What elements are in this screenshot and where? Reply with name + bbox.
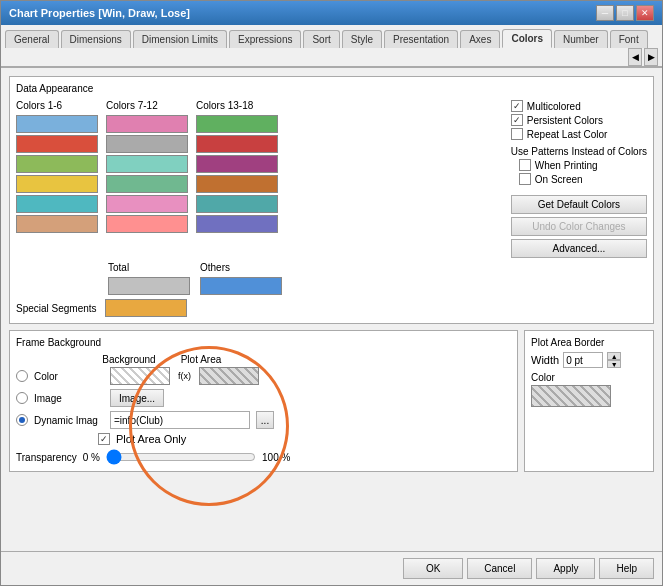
- background-header: Background: [98, 354, 160, 365]
- plot-area-only-checkbox[interactable]: [98, 433, 110, 445]
- color-swatch-2-6[interactable]: [106, 215, 188, 233]
- width-down-button[interactable]: ▼: [607, 360, 621, 368]
- special-segments-swatch[interactable]: [105, 299, 187, 317]
- color-swatch-1-3[interactable]: [16, 155, 98, 173]
- help-button[interactable]: Help: [599, 558, 654, 579]
- others-swatch[interactable]: [200, 277, 282, 295]
- color-swatch-1-5[interactable]: [16, 195, 98, 213]
- color-radio[interactable]: [16, 370, 28, 382]
- image-radio[interactable]: [16, 392, 28, 404]
- color-swatch-3-1[interactable]: [196, 115, 278, 133]
- maximize-button[interactable]: □: [616, 5, 634, 21]
- fb-image-row: Image Image...: [16, 389, 511, 407]
- persistent-colors-checkbox[interactable]: [511, 114, 523, 126]
- color-col-2: Colors 7-12: [106, 100, 188, 258]
- browse-button[interactable]: ...: [256, 411, 274, 429]
- color-radio-label: Color: [34, 371, 104, 382]
- dynamic-image-label: Dynamic Imag: [34, 415, 104, 426]
- width-spinner: ▲ ▼: [607, 352, 621, 368]
- undo-color-changes-button[interactable]: Undo Color Changes: [511, 217, 647, 236]
- tab-presentation[interactable]: Presentation: [384, 30, 458, 48]
- pattern-rows: When Printing On Screen: [519, 159, 647, 185]
- color-swatch-2-5[interactable]: [106, 195, 188, 213]
- color-swatch-1-1[interactable]: [16, 115, 98, 133]
- plot-area-color-swatch[interactable]: [199, 367, 259, 385]
- persistent-colors-row: Persistent Colors: [511, 114, 647, 126]
- bg-color-swatch[interactable]: [110, 367, 170, 385]
- tab-next-button[interactable]: ▶: [644, 48, 658, 66]
- fx-label: f(x): [178, 371, 191, 381]
- advanced-button[interactable]: Advanced...: [511, 239, 647, 258]
- repeat-last-checkbox[interactable]: [511, 128, 523, 140]
- data-appearance-label: Data Appearance: [16, 83, 647, 94]
- tab-font[interactable]: Font: [610, 30, 648, 48]
- repeat-last-row: Repeat Last Color: [511, 128, 647, 140]
- tab-axes[interactable]: Axes: [460, 30, 500, 48]
- tab-dimensions[interactable]: Dimensions: [61, 30, 131, 48]
- dynamic-image-radio[interactable]: [16, 414, 28, 426]
- color-columns: Colors 1-6 Colors 7-12: [16, 100, 278, 258]
- fb-color-row: Color f(x): [16, 367, 511, 385]
- repeat-last-label: Repeat Last Color: [527, 129, 608, 140]
- close-button[interactable]: ✕: [636, 5, 654, 21]
- width-input[interactable]: [563, 352, 603, 368]
- multicolored-checkbox[interactable]: [511, 100, 523, 112]
- tab-style[interactable]: Style: [342, 30, 382, 48]
- pab-title: Plot Area Border: [531, 337, 647, 348]
- color-swatch-3-3[interactable]: [196, 155, 278, 173]
- total-swatch[interactable]: [108, 277, 190, 295]
- color-swatch-2-1[interactable]: [106, 115, 188, 133]
- tab-colors[interactable]: Colors: [502, 29, 552, 48]
- color-swatch-2-4[interactable]: [106, 175, 188, 193]
- tab-expressions[interactable]: Expressions: [229, 30, 301, 48]
- pab-color-label: Color: [531, 372, 647, 383]
- color-swatch-1-4[interactable]: [16, 175, 98, 193]
- transparency-value: 0 %: [83, 452, 100, 463]
- tab-prev-button[interactable]: ◀: [628, 48, 642, 66]
- color-swatch-3-6[interactable]: [196, 215, 278, 233]
- color-swatch-3-2[interactable]: [196, 135, 278, 153]
- tab-dimension-limits[interactable]: Dimension Limits: [133, 30, 227, 48]
- get-default-colors-button[interactable]: Get Default Colors: [511, 195, 647, 214]
- total-group: Total: [108, 262, 190, 295]
- col2-label: Colors 7-12: [106, 100, 188, 111]
- tab-number[interactable]: Number: [554, 30, 608, 48]
- col1-label: Colors 1-6: [16, 100, 98, 111]
- ok-button[interactable]: OK: [403, 558, 463, 579]
- image-button[interactable]: Image...: [110, 389, 164, 407]
- color-swatch-3-4[interactable]: [196, 175, 278, 193]
- minimize-button[interactable]: ─: [596, 5, 614, 21]
- total-others-row: Total Others: [16, 262, 647, 295]
- tabs-bar: General Dimensions Dimension Limits Expr…: [1, 25, 662, 68]
- when-printing-row: When Printing: [519, 159, 647, 171]
- on-screen-label: On Screen: [535, 174, 583, 185]
- color-swatch-2-2[interactable]: [106, 135, 188, 153]
- color-col-1: Colors 1-6: [16, 100, 98, 258]
- color-swatch-3-5[interactable]: [196, 195, 278, 213]
- on-screen-row: On Screen: [519, 173, 647, 185]
- others-group: Others: [200, 262, 282, 295]
- transparency-slider[interactable]: [106, 449, 256, 465]
- dynamic-image-input[interactable]: [110, 411, 250, 429]
- bottom-bar: OK Cancel Apply Help: [1, 551, 662, 585]
- cancel-button[interactable]: Cancel: [467, 558, 532, 579]
- multicolored-row: Multicolored: [511, 100, 647, 112]
- when-printing-checkbox[interactable]: [519, 159, 531, 171]
- color-swatch-2-3[interactable]: [106, 155, 188, 173]
- tab-general[interactable]: General: [5, 30, 59, 48]
- da-top: Colors 1-6 Colors 7-12: [16, 100, 647, 258]
- tab-nav: ◀ ▶: [628, 48, 658, 66]
- apply-button[interactable]: Apply: [536, 558, 595, 579]
- pab-color-swatch[interactable]: [531, 385, 611, 407]
- tab-sort[interactable]: Sort: [303, 30, 339, 48]
- color-swatch-1-2[interactable]: [16, 135, 98, 153]
- width-up-button[interactable]: ▲: [607, 352, 621, 360]
- bg-headers: Background Plot Area: [98, 354, 511, 365]
- plot-area-only-label: Plot Area Only: [116, 433, 186, 445]
- frame-bg-title: Frame Background: [16, 337, 511, 348]
- others-label: Others: [200, 262, 282, 273]
- on-screen-checkbox[interactable]: [519, 173, 531, 185]
- action-buttons: Get Default Colors Undo Color Changes Ad…: [511, 195, 647, 258]
- persistent-colors-label: Persistent Colors: [527, 115, 603, 126]
- color-swatch-1-6[interactable]: [16, 215, 98, 233]
